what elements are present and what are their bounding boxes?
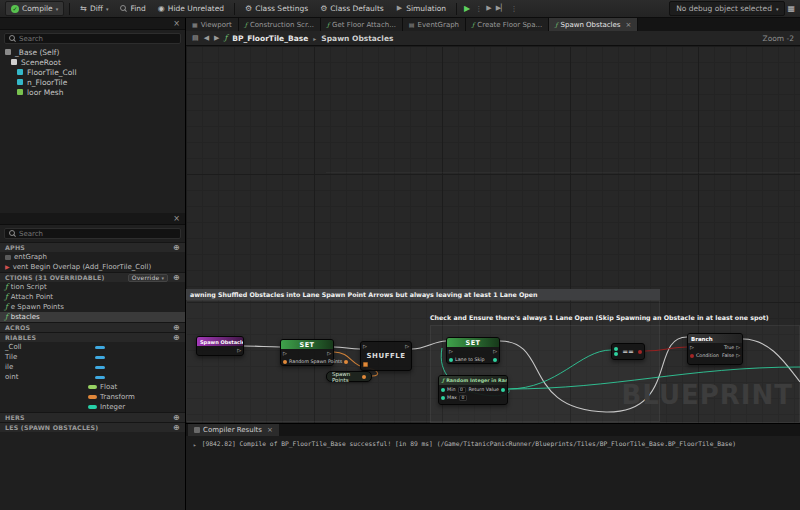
stop-button[interactable]: ▶▏ xyxy=(495,5,508,12)
play-options-icon[interactable]: ⋮ xyxy=(510,5,517,13)
play-options-icon[interactable]: ⋮ xyxy=(475,5,482,13)
node-set-random-spawn-points[interactable]: SET ▷ ▷ Random Spawn Points xyxy=(280,339,334,366)
tab-eventgraph[interactable]: ▤ EventGraph xyxy=(403,18,466,31)
add-icon[interactable]: ⊕ xyxy=(173,324,180,332)
section-variables[interactable]: RIABLES ⊕ xyxy=(0,332,185,342)
section-macros[interactable]: ACROS ⊕ xyxy=(0,322,185,332)
row-variable[interactable]: _Coll xyxy=(0,342,185,352)
row-create-floor-spawn-points[interactable]: ƒ e Spawn Points xyxy=(0,302,185,312)
my-blueprint-search-input[interactable] xyxy=(19,230,176,238)
tab-spawn-obstacles[interactable]: ƒ Spawn Obstacles × xyxy=(549,18,638,31)
section-event-dispatchers[interactable]: HERS ⊕ xyxy=(0,412,185,422)
node-branch[interactable]: Branch ▷ True ▷ Condition False ▷ xyxy=(687,333,743,365)
row-variable[interactable]: ile xyxy=(0,362,185,372)
variable-label: Tile xyxy=(5,353,17,361)
condition-pin[interactable] xyxy=(690,354,694,358)
forward-icon[interactable]: ▶ xyxy=(214,35,219,42)
event-node-header: Spawn Obstacles xyxy=(197,337,243,346)
component-row-floortile[interactable]: n_FloorTile xyxy=(0,77,185,87)
exec-in-pin[interactable]: ▷ xyxy=(690,345,694,350)
row-construction-script[interactable]: ƒ tion Script xyxy=(0,282,185,292)
exec-out-pin[interactable]: ▷ xyxy=(237,348,241,353)
node-random-integer-in-range[interactable]: ƒ Random Integer in Range Min 0 Return V… xyxy=(438,375,508,405)
back-icon[interactable]: ◀ xyxy=(204,35,209,42)
return-value-pin[interactable] xyxy=(501,388,505,392)
row-variable-integer[interactable]: Integer xyxy=(0,402,185,412)
component-label: FloorTile_Coll xyxy=(27,68,77,77)
hide-unrelated-button[interactable]: ◉ Hide Unrelated xyxy=(153,2,229,15)
add-icon[interactable]: ⊕ xyxy=(173,414,180,422)
tab-get-floor-attach[interactable]: ƒ Get Floor Attach... xyxy=(321,18,403,31)
value-out-pin[interactable] xyxy=(344,360,348,364)
play-button[interactable]: ▶ xyxy=(462,5,472,13)
component-row-floor-mesh[interactable]: loor Mesh xyxy=(0,87,185,97)
simulation-button[interactable]: ▶ Simulation xyxy=(391,2,451,15)
breadcrumb-graph[interactable]: Spawn Obstacles xyxy=(321,34,393,43)
my-blueprint-search[interactable] xyxy=(4,228,181,239)
add-icon[interactable]: ⊕ xyxy=(173,244,180,252)
settings-grid-icon[interactable]: ▦ xyxy=(787,5,795,13)
class-settings-button[interactable]: ⚙ Class Settings xyxy=(240,2,313,15)
components-search-input[interactable] xyxy=(19,35,176,43)
add-icon[interactable]: ⊕ xyxy=(173,274,180,282)
node-get-spawn-points[interactable]: Spawn Points xyxy=(326,371,372,382)
node-shuffle[interactable]: ▷ ▷ SHUFFLE xyxy=(360,341,412,371)
component-row-floortile-coll[interactable]: FloorTile_Coll xyxy=(0,67,185,77)
add-icon[interactable]: ⊕ xyxy=(173,424,180,432)
close-icon[interactable]: × xyxy=(173,20,180,28)
tab-construction-script[interactable]: ƒ Construction Scr... xyxy=(239,18,321,31)
node-set-lane-to-skip[interactable]: SET ▷ ▷ Lane to Skip xyxy=(446,337,500,364)
tab-viewport[interactable]: ▦ Viewport xyxy=(186,18,239,31)
value-in-pin[interactable] xyxy=(283,360,287,364)
row-variable-float[interactable]: Float xyxy=(0,382,185,392)
max-value-input[interactable]: 0 xyxy=(459,395,467,401)
graph-overview-icon[interactable]: ▤ xyxy=(192,35,199,42)
value-out-pin[interactable] xyxy=(362,375,366,379)
row-variable[interactable]: oint xyxy=(0,372,185,382)
add-icon[interactable]: ⊕ xyxy=(173,334,180,342)
row-event-begin-overlap[interactable]: ▶ vent Begin Overlap (Add_FloorTile_Coll… xyxy=(0,262,185,272)
row-eventgraph[interactable]: entGraph xyxy=(0,252,185,262)
compile-button[interactable]: ✓ Compile ▾ xyxy=(5,1,64,16)
close-icon[interactable]: × xyxy=(267,426,273,434)
true-out-pin[interactable]: ▷ xyxy=(736,345,740,350)
graph-canvas[interactable]: awning Shuffled Obstacles into Lane Spaw… xyxy=(186,46,800,423)
exec-in-pin[interactable]: ▷ xyxy=(283,351,287,356)
tab-compiler-results[interactable]: Compiler Results × xyxy=(188,424,279,436)
node-event-spawn-obstacles[interactable]: Spawn Obstacles ▷ xyxy=(196,336,244,356)
row-variable[interactable]: Tile xyxy=(0,352,185,362)
value-out-pin[interactable] xyxy=(493,358,497,362)
component-row-sceneroot[interactable]: SceneRoot xyxy=(0,57,185,67)
section-functions[interactable]: CTIONS (31 OVERRIDABLE) Override ▾ ⊕ xyxy=(0,272,185,282)
class-defaults-button[interactable]: ⚙ Class Defaults xyxy=(315,2,389,15)
section-local-variables[interactable]: LES (SPAWN OBSTACLES) ⊕ xyxy=(0,422,185,432)
max-pin[interactable] xyxy=(441,396,445,400)
min-value-input[interactable]: 0 xyxy=(458,387,466,393)
find-button[interactable]: Find xyxy=(115,2,150,15)
function-icon: ƒ xyxy=(555,22,557,28)
exec-out-pin[interactable]: ▷ xyxy=(327,351,331,356)
row-get-floor-attach-point[interactable]: ƒ Attach Point xyxy=(0,292,185,302)
override-dropdown[interactable]: Override ▾ xyxy=(128,274,168,282)
diff-icon: ⇆ xyxy=(80,5,87,13)
exec-out-pin[interactable]: ▷ xyxy=(493,349,497,354)
row-variable-transform[interactable]: Transform xyxy=(0,392,185,402)
component-row-self[interactable]: _Base (Self) xyxy=(0,47,185,57)
function-icon: ƒ xyxy=(472,22,474,28)
tab-create-floor-spawn[interactable]: ƒ Create Floor Spa... xyxy=(466,18,549,31)
components-search[interactable] xyxy=(4,33,181,44)
breadcrumb-asset[interactable]: BP_FloorTile_Base xyxy=(232,34,308,43)
node-equal[interactable]: == xyxy=(611,343,645,360)
close-icon[interactable]: × xyxy=(625,21,631,29)
value-in-pin[interactable] xyxy=(449,358,453,362)
frame-skip-button[interactable]: ▶ xyxy=(485,5,492,12)
min-pin[interactable] xyxy=(441,388,445,392)
diff-button[interactable]: ⇆ Diff ▾ xyxy=(75,2,113,15)
false-out-pin[interactable]: ▷ xyxy=(736,353,740,358)
row-spawn-obstacles[interactable]: ƒ bstacles xyxy=(0,312,185,322)
section-graphs[interactable]: APHS ⊕ xyxy=(0,242,185,252)
debug-object-dropdown[interactable]: No debug object selected ▾ xyxy=(669,1,785,16)
close-icon[interactable]: × xyxy=(173,215,180,223)
compiler-message[interactable]: [9842.82] Compile of BP_FloorTile_Base s… xyxy=(202,440,737,447)
exec-in-pin[interactable]: ▷ xyxy=(449,349,453,354)
